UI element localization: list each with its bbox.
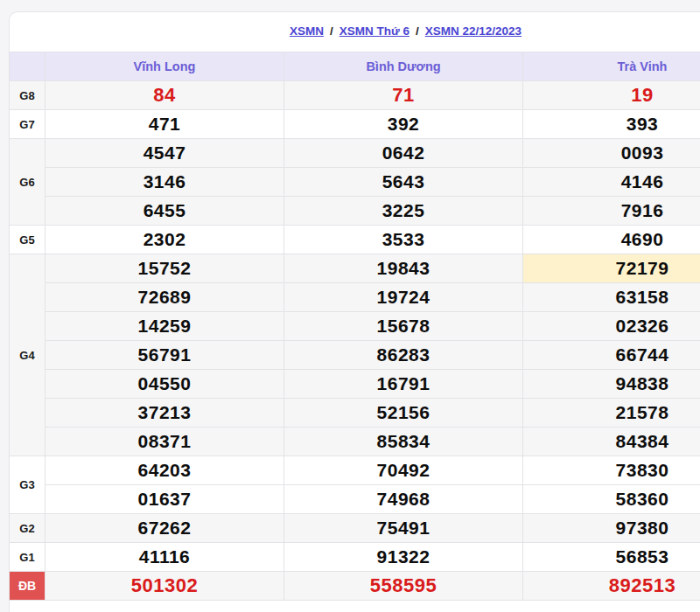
result-cell: 97380 <box>523 514 700 543</box>
result-cell: 64203 <box>46 456 284 485</box>
prize-label-g2: G2 <box>10 514 46 543</box>
table-row: 083718583484384 <box>10 428 700 456</box>
result-cell: 3225 <box>284 197 523 226</box>
result-cell: 71 <box>284 81 523 110</box>
table-row: 016377496858360 <box>10 485 700 514</box>
prize-label-g8: G8 <box>10 81 46 110</box>
result-cell: 0093 <box>523 139 700 168</box>
result-cell: 4547 <box>46 139 284 168</box>
result-cell: 84 <box>46 81 284 110</box>
result-cell: 16791 <box>284 370 523 399</box>
result-cell: 73830 <box>523 456 700 485</box>
result-cell: 08371 <box>46 428 284 456</box>
prize-label-db: ĐB <box>10 572 46 601</box>
table-row: G8847119 <box>10 81 700 110</box>
result-cell: 471 <box>46 110 284 139</box>
breadcrumb: XSMN/XSMN Thứ 6/XSMN 22/12/2023 <box>10 12 700 52</box>
result-cell: 2302 <box>46 226 284 254</box>
result-cell: 01637 <box>46 485 284 514</box>
result-cell: 72689 <box>46 283 284 312</box>
table-row: 567918628366744 <box>10 341 700 370</box>
result-cell: 94838 <box>523 370 700 399</box>
result-cell: 558595 <box>284 572 523 601</box>
result-cell: 19843 <box>284 254 523 283</box>
result-cell: 19 <box>523 81 700 110</box>
result-cell: 3146 <box>46 168 284 197</box>
column-header-tra-vinh: Trà Vinh <box>523 52 700 81</box>
result-cell: 393 <box>523 110 700 139</box>
result-cell: 0642 <box>284 139 523 168</box>
table-row: G1411169132256853 <box>10 543 700 572</box>
table-row: 726891972463158 <box>10 283 700 312</box>
result-cell: 58360 <box>523 485 700 514</box>
result-cell: 4146 <box>523 168 700 197</box>
prize-label-g4: G4 <box>10 254 46 456</box>
result-cell: 04550 <box>46 370 284 399</box>
result-cell: 70492 <box>284 456 523 485</box>
result-cell: 15752 <box>46 254 284 283</box>
result-cell: 52156 <box>284 399 523 428</box>
result-cell: 91322 <box>284 543 523 572</box>
table-row: G6454706420093 <box>10 139 700 168</box>
table-row: 045501679194838 <box>10 370 700 399</box>
result-cell: 75491 <box>284 514 523 543</box>
result-cell: 74968 <box>284 485 523 514</box>
result-cell: 67262 <box>46 514 284 543</box>
result-cell: 56791 <box>46 341 284 370</box>
breadcrumb-link-xsmn-thu-6[interactable]: XSMN Thứ 6 <box>340 24 410 38</box>
result-cell: 41116 <box>46 543 284 572</box>
table-row: G5230235334690 <box>10 226 700 254</box>
table-row: G2672627549197380 <box>10 514 700 543</box>
result-cell: 15678 <box>284 312 523 341</box>
lottery-results-table: Vĩnh Long Bình Dương Trà Vinh G8847119G7… <box>9 52 700 601</box>
result-cell: 85834 <box>284 428 523 456</box>
column-header-binh-duong: Bình Dương <box>284 52 523 81</box>
result-cell: 66744 <box>523 341 700 370</box>
table-row: 142591567802326 <box>10 312 700 341</box>
prize-label-g1: G1 <box>10 543 46 572</box>
prize-label-g3: G3 <box>10 456 46 514</box>
breadcrumb-separator: / <box>416 24 419 38</box>
breadcrumb-link-xsmn-date[interactable]: XSMN 22/12/2023 <box>425 24 522 38</box>
table-row: G4157521984372179 <box>10 254 700 283</box>
result-cell: 37213 <box>46 399 284 428</box>
corner-cell <box>10 52 46 81</box>
results-panel: XSMN/XSMN Thứ 6/XSMN 22/12/2023 Vĩnh Lon… <box>9 11 700 612</box>
result-cell: 501302 <box>46 572 284 601</box>
result-cell: 5643 <box>284 168 523 197</box>
result-cell: 3533 <box>284 226 523 254</box>
prize-label-g6: G6 <box>10 139 46 226</box>
table-row: 372135215621578 <box>10 399 700 428</box>
result-cell: 63158 <box>523 283 700 312</box>
result-cell: 86283 <box>284 341 523 370</box>
table-row: 645532257916 <box>10 197 700 226</box>
result-cell: 392 <box>284 110 523 139</box>
table-row: G3642037049273830 <box>10 456 700 485</box>
result-cell: 14259 <box>46 312 284 341</box>
result-cell: 72179 <box>523 254 700 283</box>
result-cell: 02326 <box>523 312 700 341</box>
breadcrumb-link-xsmn[interactable]: XSMN <box>290 24 324 38</box>
result-cell: 892513 <box>523 572 700 601</box>
table-row: 314656434146 <box>10 168 700 197</box>
result-cell: 56853 <box>523 543 700 572</box>
header-row: Vĩnh Long Bình Dương Trà Vinh <box>10 52 700 81</box>
prize-label-g7: G7 <box>10 110 46 139</box>
breadcrumb-separator: / <box>330 24 333 38</box>
table-row: ĐB501302558595892513 <box>10 572 700 601</box>
table-row: G7471392393 <box>10 110 700 139</box>
result-cell: 7916 <box>523 197 700 226</box>
prize-label-g5: G5 <box>10 226 46 254</box>
result-cell: 6455 <box>46 197 284 226</box>
result-cell: 21578 <box>523 399 700 428</box>
result-cell: 4690 <box>523 226 700 254</box>
column-header-vinh-long: Vĩnh Long <box>46 52 284 81</box>
result-cell: 19724 <box>284 283 523 312</box>
result-cell: 84384 <box>523 428 700 456</box>
